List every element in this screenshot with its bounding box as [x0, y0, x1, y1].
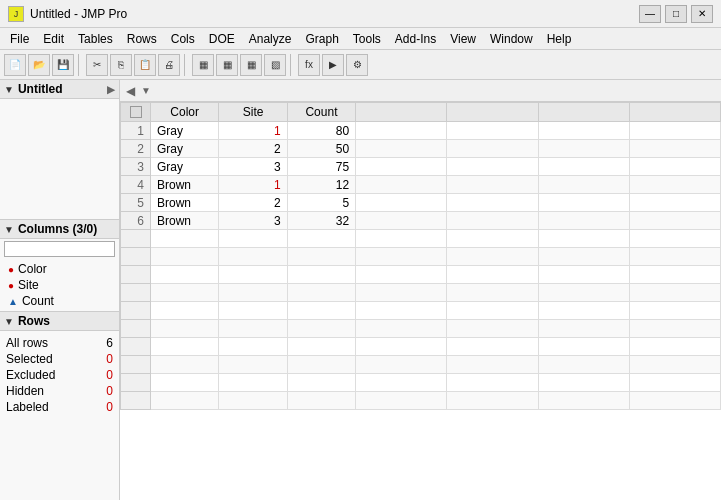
untitled-expand[interactable]: ▶ — [107, 84, 115, 95]
paste-button[interactable]: 📋 — [134, 54, 156, 76]
menu-item-tables[interactable]: Tables — [72, 30, 119, 48]
menu-item-add-ins[interactable]: Add-Ins — [389, 30, 442, 48]
columns-arrow[interactable]: ▼ — [4, 224, 14, 235]
data-table-btn4[interactable]: ▧ — [264, 54, 286, 76]
menu-item-help[interactable]: Help — [541, 30, 578, 48]
cell-count[interactable]: 50 — [287, 140, 355, 158]
print-button[interactable]: 🖨 — [158, 54, 180, 76]
rows-arrow[interactable]: ▼ — [4, 316, 14, 327]
copy-button[interactable]: ⎘ — [110, 54, 132, 76]
menu-item-graph[interactable]: Graph — [299, 30, 344, 48]
cell-empty — [356, 194, 447, 212]
cell-empty — [447, 176, 538, 194]
cell-site[interactable]: 2 — [219, 194, 287, 212]
cell-color[interactable]: Gray — [151, 122, 219, 140]
stat-selected-label: Selected — [6, 352, 53, 366]
nav-back[interactable]: ◀ — [124, 84, 137, 98]
cell-empty — [447, 284, 538, 302]
cell-empty — [447, 320, 538, 338]
cell-empty — [356, 122, 447, 140]
columns-search-input[interactable] — [4, 241, 115, 257]
untitled-panel: ▼ Untitled ▶ — [0, 80, 119, 220]
table-row-empty — [121, 284, 721, 302]
menu-item-file[interactable]: File — [4, 30, 35, 48]
header-color[interactable]: Color — [151, 103, 219, 122]
column-item-color[interactable]: ● Color — [0, 261, 119, 277]
cell-site[interactable]: 1 — [219, 122, 287, 140]
cell-count[interactable]: 5 — [287, 194, 355, 212]
cell-empty — [447, 122, 538, 140]
cell-empty — [447, 158, 538, 176]
nav-filter-dropdown[interactable]: ▼ — [141, 85, 151, 96]
menu-item-analyze[interactable]: Analyze — [243, 30, 298, 48]
menu-item-doe[interactable]: DOE — [203, 30, 241, 48]
cell-empty — [629, 230, 720, 248]
cell-empty — [538, 374, 629, 392]
data-table-btn3[interactable]: ▦ — [240, 54, 262, 76]
cell-empty — [629, 122, 720, 140]
cell-color[interactable]: Brown — [151, 194, 219, 212]
cell-count[interactable]: 12 — [287, 176, 355, 194]
close-button[interactable]: ✕ — [691, 5, 713, 23]
cell-empty — [219, 302, 287, 320]
row-number-empty — [121, 266, 151, 284]
run-btn[interactable]: ▶ — [322, 54, 344, 76]
menu-item-cols[interactable]: Cols — [165, 30, 201, 48]
grid-area: ◀ ▼ Color Site Count — [120, 80, 721, 500]
column-item-site[interactable]: ● Site — [0, 277, 119, 293]
menu-item-view[interactable]: View — [444, 30, 482, 48]
extra-btn[interactable]: ⚙ — [346, 54, 368, 76]
cut-button[interactable]: ✂ — [86, 54, 108, 76]
cell-empty — [538, 176, 629, 194]
cell-site[interactable]: 3 — [219, 158, 287, 176]
row-number-empty — [121, 248, 151, 266]
untitled-arrow[interactable]: ▼ — [4, 84, 14, 95]
cell-count[interactable]: 80 — [287, 122, 355, 140]
maximize-button[interactable]: □ — [665, 5, 687, 23]
header-site[interactable]: Site — [219, 103, 287, 122]
row-number-empty — [121, 230, 151, 248]
save-button[interactable]: 💾 — [52, 54, 74, 76]
cell-site[interactable]: 2 — [219, 140, 287, 158]
new-button[interactable]: 📄 — [4, 54, 26, 76]
cell-empty — [538, 320, 629, 338]
cell-empty — [538, 122, 629, 140]
menu-item-rows[interactable]: Rows — [121, 30, 163, 48]
row-number-empty — [121, 302, 151, 320]
stat-labeled-value: 0 — [106, 400, 113, 414]
cell-empty — [447, 194, 538, 212]
header-count[interactable]: Count — [287, 103, 355, 122]
cell-color[interactable]: Brown — [151, 176, 219, 194]
row-number-empty — [121, 374, 151, 392]
columns-label: Columns (3/0) — [18, 222, 97, 236]
table-row-empty — [121, 338, 721, 356]
row-number-empty — [121, 284, 151, 302]
stat-excluded-label: Excluded — [6, 368, 55, 382]
data-table-btn2[interactable]: ▦ — [216, 54, 238, 76]
cell-site[interactable]: 1 — [219, 176, 287, 194]
rows-stats: All rows 6 Selected 0 Excluded 0 Hidden … — [0, 331, 119, 419]
menu-item-edit[interactable]: Edit — [37, 30, 70, 48]
cell-color[interactable]: Brown — [151, 212, 219, 230]
cell-count[interactable]: 32 — [287, 212, 355, 230]
site-icon: ● — [8, 280, 14, 291]
column-item-count[interactable]: ▲ Count — [0, 293, 119, 309]
cell-empty — [151, 338, 219, 356]
open-button[interactable]: 📂 — [28, 54, 50, 76]
grid-container[interactable]: Color Site Count 1Gray1802Gray2503Gray37… — [120, 102, 721, 500]
data-table-btn[interactable]: ▦ — [192, 54, 214, 76]
untitled-label: Untitled — [18, 82, 63, 96]
left-panel: ▼ Untitled ▶ ▼ Columns (3/0) ● Color ● — [0, 80, 120, 500]
stat-hidden-value: 0 — [106, 384, 113, 398]
color-icon: ● — [8, 264, 14, 275]
filter-icon[interactable] — [130, 106, 142, 118]
cell-site[interactable]: 3 — [219, 212, 287, 230]
menu-item-window[interactable]: Window — [484, 30, 539, 48]
cell-count[interactable]: 75 — [287, 158, 355, 176]
minimize-button[interactable]: — — [639, 5, 661, 23]
rows-label: Rows — [18, 314, 50, 328]
formula-btn[interactable]: fx — [298, 54, 320, 76]
cell-color[interactable]: Gray — [151, 158, 219, 176]
cell-color[interactable]: Gray — [151, 140, 219, 158]
menu-item-tools[interactable]: Tools — [347, 30, 387, 48]
